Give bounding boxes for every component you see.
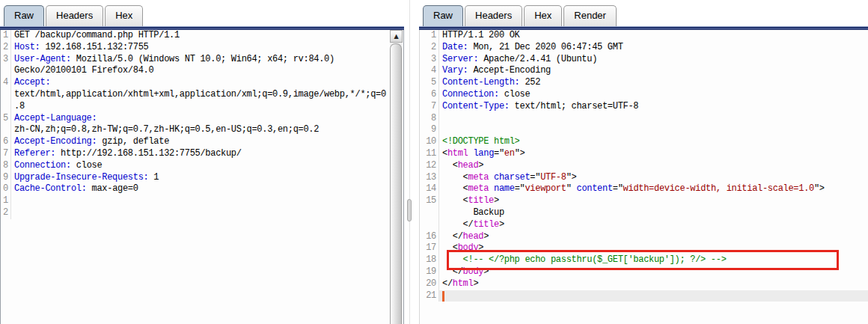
line-text[interactable]: <body> — [439, 242, 868, 254]
syntax-segment: Mon, 21 Dec 2020 06:47:45 GMT — [468, 42, 623, 52]
syntax-segment: meta — [468, 183, 489, 194]
syntax-segment: Vary: — [442, 65, 468, 76]
syntax-segment: Content-Length: — [442, 77, 520, 88]
syntax-segment: "> — [515, 148, 525, 159]
line-number: 6 — [1, 136, 11, 148]
line-text[interactable]: Backup — [439, 207, 868, 219]
line-text[interactable]: <head> — [439, 160, 868, 172]
line-text[interactable]: .8 — [11, 101, 391, 113]
request-tab-hex[interactable]: Hex — [105, 5, 143, 26]
line-text[interactable]: Vary: Accept-Encoding — [439, 65, 868, 77]
line-number: 3 — [420, 54, 439, 66]
splitter-grip-icon[interactable] — [407, 199, 412, 221]
response-tab-hex[interactable]: Hex — [524, 5, 562, 26]
line-number: 1 — [1, 195, 11, 207]
line-number: 7 — [1, 148, 11, 160]
syntax-segment: html — [447, 148, 468, 159]
line-text[interactable]: Cache-Control: max-age=0 — [11, 183, 391, 195]
line-text[interactable]: Date: Mon, 21 Dec 2020 06:47:45 GMT — [439, 42, 868, 54]
code-line: 2Date: Mon, 21 Dec 2020 06:47:45 GMT — [420, 42, 868, 54]
line-number: 11 — [420, 148, 439, 160]
syntax-segment: Accept-Language: — [14, 113, 97, 123]
syntax-segment: > — [483, 231, 489, 242]
line-text[interactable]: Content-Type: text/html; charset=UTF-8 — [439, 101, 868, 113]
code-line: zh-CN,zh;q=0.8,zh-TW;q=0.7,zh-HK;q=0.5,e… — [1, 124, 391, 136]
line-text[interactable]: HTTP/1.1 200 OK — [439, 30, 868, 42]
code-line: .8 — [1, 101, 391, 113]
code-line: 8 — [420, 113, 868, 125]
code-line: 0Cache-Control: max-age=0 — [1, 183, 391, 195]
syntax-segment: Host: — [14, 42, 40, 52]
line-text[interactable]: </title> — [439, 219, 868, 231]
code-line: </title> — [420, 219, 868, 231]
text-caret — [442, 291, 444, 302]
line-number: 1 — [420, 30, 439, 42]
request-tab-headers[interactable]: Headers — [46, 5, 103, 26]
code-line: 2 — [1, 207, 391, 219]
line-text[interactable]: Content-Length: 252 — [439, 77, 868, 89]
syntax-segment: 252 — [520, 77, 541, 88]
response-tab-raw[interactable]: Raw — [423, 5, 463, 26]
scrollbar-thumb[interactable] — [390, 43, 402, 324]
line-text[interactable]: <meta charset="UTF-8"> — [439, 172, 868, 184]
syntax-segment: name — [494, 183, 515, 194]
line-text[interactable]: Gecko/20100101 Firefox/84.0 — [11, 65, 391, 77]
syntax-segment: GET /backup/command.php HTTP/1.1 — [14, 30, 180, 40]
line-text[interactable] — [439, 124, 868, 136]
line-text[interactable]: text/html,application/xhtml+xml,applicat… — [11, 89, 391, 101]
syntax-segment: <!-- </?php echo passthru($_GET['backup'… — [442, 254, 727, 265]
line-text[interactable]: Connection: close — [11, 160, 391, 172]
syntax-segment: head — [458, 160, 479, 171]
line-text[interactable]: </head> — [439, 231, 868, 243]
syntax-segment: text/html; charset=UTF-8 — [510, 101, 639, 111]
syntax-segment: meta — [468, 172, 489, 183]
code-line: 3Server: Apache/2.4.41 (Ubuntu) — [420, 54, 868, 66]
code-line: 6Accept-Encoding: gzip, deflate — [1, 136, 391, 148]
line-text[interactable]: <title> — [439, 195, 868, 207]
line-text[interactable] — [11, 195, 391, 207]
line-text[interactable] — [439, 290, 868, 302]
line-text[interactable]: Connection: close — [439, 89, 868, 101]
line-text[interactable]: Referer: http://192.168.151.132:7755/bac… — [11, 148, 391, 160]
line-text[interactable]: </body> — [439, 266, 868, 278]
response-tab-render[interactable]: Render — [563, 5, 617, 26]
line-text[interactable]: Accept-Language: — [11, 113, 391, 125]
line-text[interactable]: Host: 192.168.151.132:7755 — [11, 42, 391, 54]
line-number: 15 — [420, 195, 439, 207]
syntax-segment: lang — [473, 148, 494, 159]
pane-splitter[interactable] — [404, 0, 419, 324]
line-text[interactable]: User-Agent: Mozilla/5.0 (Windows NT 10.0… — [11, 54, 391, 66]
line-text[interactable]: </html> — [439, 278, 868, 290]
request-tab-raw[interactable]: Raw — [4, 5, 44, 26]
line-text[interactable] — [11, 207, 391, 219]
code-line: 1HTTP/1.1 200 OK — [420, 30, 868, 42]
line-text[interactable]: Accept: — [11, 77, 391, 89]
line-text[interactable]: <!DOCTYPE html> — [439, 136, 868, 148]
code-line: 12 <head> — [420, 160, 868, 172]
line-number: 4 — [420, 65, 439, 77]
response-editor[interactable]: 1HTTP/1.1 200 OK2Date: Mon, 21 Dec 2020 … — [419, 30, 868, 324]
request-editor[interactable]: ▲ 1GET /backup/command.php HTTP/1.12Host… — [0, 30, 404, 324]
line-text[interactable]: Server: Apache/2.4.41 (Ubuntu) — [439, 54, 868, 66]
code-line: Backup — [420, 207, 868, 219]
line-text[interactable]: <html lang="en"> — [439, 148, 868, 160]
line-text[interactable]: <meta name="viewport" content="width=dev… — [439, 183, 868, 195]
line-text[interactable]: <!-- </?php echo passthru($_GET['backup'… — [439, 254, 868, 266]
syntax-segment: =" — [530, 172, 540, 183]
line-text[interactable]: GET /backup/command.php HTTP/1.1 — [11, 30, 391, 42]
line-text[interactable]: zh-CN,zh;q=0.8,zh-TW;q=0.7,zh-HK;q=0.5,e… — [11, 124, 391, 136]
scroll-up-icon[interactable]: ▲ — [390, 30, 403, 43]
line-number: 9 — [1, 172, 11, 184]
syntax-segment: Accept-Encoding: — [14, 136, 97, 147]
line-number: 10 — [420, 136, 439, 148]
syntax-segment: en — [504, 148, 515, 159]
line-text[interactable] — [439, 113, 868, 125]
vertical-scrollbar[interactable]: ▲ — [390, 30, 403, 324]
line-number — [1, 124, 11, 136]
line-text[interactable]: Accept-Encoding: gzip, deflate — [11, 136, 391, 148]
code-line: 4Accept: — [1, 77, 391, 89]
response-tab-headers[interactable]: Headers — [465, 5, 522, 26]
syntax-segment: < — [442, 242, 458, 253]
line-text[interactable]: Upgrade-Insecure-Requests: 1 — [11, 172, 391, 184]
syntax-segment: max-age=0 — [87, 183, 138, 194]
